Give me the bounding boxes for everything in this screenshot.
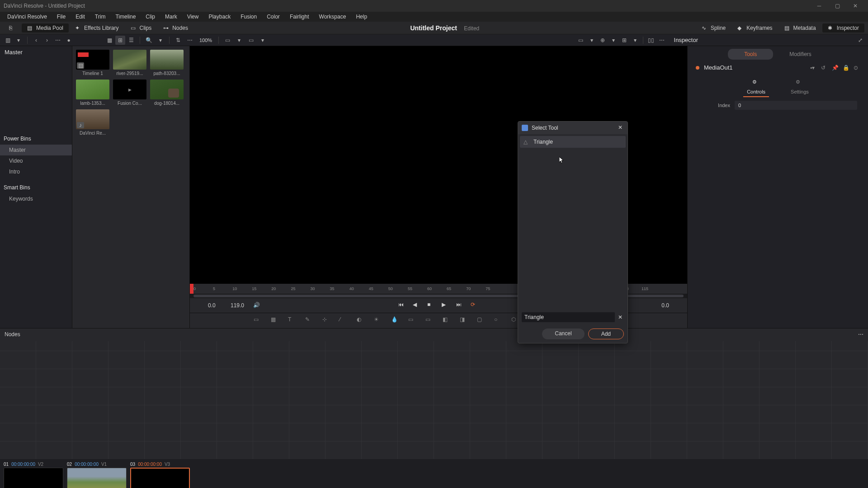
- globe-icon[interactable]: ⊕: [598, 36, 608, 45]
- matte-tool-icon[interactable]: ◨: [460, 316, 469, 325]
- background-tool-icon[interactable]: ▭: [254, 316, 263, 325]
- media-item[interactable]: dog-18014...: [150, 80, 184, 106]
- transform-tool-icon[interactable]: ▭: [408, 316, 417, 325]
- clips-tab[interactable]: ▭Clips: [125, 23, 157, 33]
- menu-color[interactable]: Color: [262, 13, 284, 21]
- step-back-button[interactable]: ◀: [413, 301, 421, 310]
- media-item[interactable]: ♪DaVinci Re...: [76, 109, 109, 136]
- play-button[interactable]: ▶: [442, 301, 450, 310]
- power-bin-video[interactable]: Video: [0, 155, 72, 166]
- reset-icon[interactable]: ↺: [821, 65, 827, 71]
- window-close-button[interactable]: ✕: [846, 0, 864, 12]
- node-graph-canvas[interactable]: [0, 341, 868, 459]
- dropdown-button[interactable]: ⎘: [4, 23, 21, 33]
- menu-file[interactable]: File: [52, 13, 70, 21]
- mask-tool-icon[interactable]: ◧: [443, 316, 452, 325]
- view-grid-icon[interactable]: ⊞: [115, 36, 125, 45]
- dialog-close-button[interactable]: ✕: [617, 124, 624, 131]
- hue-tool-icon[interactable]: ☀: [374, 316, 383, 325]
- chevron-down-icon[interactable]: ▾: [234, 36, 244, 45]
- chevron-down-icon[interactable]: ▾: [156, 36, 165, 45]
- smart-bin-keywords[interactable]: Keywords: [0, 193, 72, 204]
- window-minimize-button[interactable]: ─: [810, 0, 828, 12]
- sort-button[interactable]: ⇅: [173, 36, 183, 45]
- aspect-icon[interactable]: ▭: [246, 36, 256, 45]
- menu-mark[interactable]: Mark: [160, 13, 182, 21]
- tool-list-item[interactable]: △ Triangle: [520, 136, 626, 148]
- nodes-more-icon[interactable]: ⋯: [858, 331, 863, 338]
- menu-help[interactable]: Help: [351, 13, 372, 21]
- record-icon[interactable]: ●: [64, 36, 74, 45]
- ellipse-tool-icon[interactable]: ○: [494, 316, 503, 325]
- view-large-icon[interactable]: ▦: [104, 36, 114, 45]
- rectangle-tool-icon[interactable]: ▢: [477, 316, 486, 325]
- spline-tab[interactable]: ∿Spline: [696, 23, 731, 33]
- effects-library-tab[interactable]: ✦Effects Library: [70, 23, 124, 33]
- text-tool-icon[interactable]: T: [288, 316, 297, 325]
- power-bin-intro[interactable]: Intro: [0, 166, 72, 177]
- menu-timeline[interactable]: Timeline: [111, 13, 140, 21]
- menu-clip[interactable]: Clip: [141, 13, 160, 21]
- search-button[interactable]: 🔍: [144, 36, 154, 45]
- view-list-icon[interactable]: ☰: [126, 36, 136, 45]
- merge-tool-icon[interactable]: ▦: [271, 316, 280, 325]
- menu-workspace[interactable]: Workspace: [315, 13, 351, 21]
- lock-icon[interactable]: 🔒: [843, 65, 849, 71]
- dual-view-icon[interactable]: ▯▯: [646, 36, 656, 45]
- tracker-tool-icon[interactable]: ⊹: [322, 316, 331, 325]
- version-icon[interactable]: ▪▾: [810, 65, 816, 71]
- panel-layout-button[interactable]: ▥: [3, 36, 13, 45]
- media-pool-tab[interactable]: ▤Media Pool: [22, 23, 69, 33]
- power-bins-header[interactable]: Power Bins: [0, 133, 72, 145]
- controls-subtab[interactable]: ⚙Controls: [743, 77, 769, 97]
- node-name[interactable]: MediaOut1: [704, 64, 806, 71]
- clear-search-button[interactable]: ✕: [617, 314, 624, 320]
- menu-view[interactable]: View: [183, 13, 203, 21]
- chevron-down-icon[interactable]: ▾: [258, 36, 268, 45]
- pin-icon[interactable]: 📌: [832, 65, 838, 71]
- stop-button[interactable]: ■: [427, 301, 435, 310]
- nav-forward-button[interactable]: ›: [42, 36, 52, 45]
- chevron-down-icon[interactable]: ▾: [609, 36, 618, 45]
- cache-icon[interactable]: ⊙: [854, 65, 860, 71]
- zoom-level[interactable]: 100%: [197, 38, 215, 43]
- menu-fairlight[interactable]: Fairlight: [285, 13, 314, 21]
- metadata-tab[interactable]: ▤Metadata: [779, 23, 821, 33]
- index-value-input[interactable]: 0: [735, 101, 857, 110]
- dialog-cancel-button[interactable]: Cancel: [542, 328, 584, 339]
- clip-item[interactable]: 0300:00:00:00V3: [130, 461, 190, 488]
- smart-bins-header[interactable]: Smart Bins: [0, 182, 72, 193]
- inspector-tab[interactable]: ✱Inspector: [822, 23, 864, 33]
- master-bin[interactable]: Master: [0, 46, 72, 58]
- chevron-down-icon[interactable]: ▾: [14, 36, 24, 45]
- settings-subtab[interactable]: ⚙Settings: [787, 77, 812, 97]
- ellipsis-icon[interactable]: ⋯: [53, 36, 63, 45]
- dialog-search-input[interactable]: [522, 312, 615, 322]
- skip-end-button[interactable]: ⏭: [456, 301, 464, 310]
- media-item[interactable]: ▸Fusion Co...: [113, 80, 146, 106]
- inspector-tools-tab[interactable]: Tools: [728, 49, 773, 60]
- playhead-icon[interactable]: [190, 284, 193, 294]
- nodes-tab[interactable]: ⊶Nodes: [158, 23, 193, 33]
- fit-icon[interactable]: ▭: [222, 36, 232, 45]
- clip-item[interactable]: 0200:00:00:00V1: [67, 461, 127, 488]
- dialog-titlebar[interactable]: Select Tool ✕: [518, 122, 627, 134]
- skip-start-button[interactable]: ⏮: [398, 301, 406, 310]
- media-item[interactable]: river-29519...: [113, 50, 146, 76]
- media-item[interactable]: ▤Timeline 1: [76, 50, 109, 76]
- media-item[interactable]: path-83203...: [150, 50, 184, 76]
- chevron-down-icon[interactable]: ▾: [630, 36, 640, 45]
- clip-item[interactable]: 0100:00:00:00V2: [4, 461, 63, 488]
- loop-button[interactable]: ⟳: [471, 301, 479, 310]
- brightness-tool-icon[interactable]: ⁄: [340, 316, 349, 325]
- window-maximize-button[interactable]: ▢: [828, 0, 846, 12]
- power-bin-master[interactable]: Master: [0, 145, 72, 155]
- grid-icon[interactable]: ⊞: [619, 36, 629, 45]
- expand-icon[interactable]: ⤢: [855, 36, 865, 45]
- more-icon[interactable]: ⋯: [185, 36, 195, 45]
- paint-tool-icon[interactable]: ✎: [305, 316, 314, 325]
- menu-edit[interactable]: Edit: [71, 13, 90, 21]
- menu-davinci[interactable]: DaVinci Resolve: [3, 13, 52, 21]
- resize-tool-icon[interactable]: ▭: [425, 316, 434, 325]
- media-item[interactable]: lamb-1353...: [76, 80, 109, 106]
